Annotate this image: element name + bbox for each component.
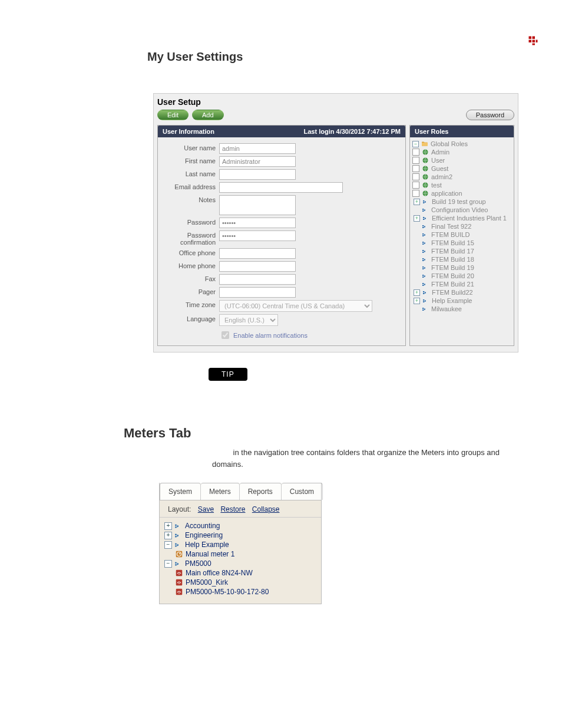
home-phone-label: Home phone xyxy=(163,261,219,269)
user-setup-toolbar: Edit Add Password xyxy=(154,108,518,125)
role-group[interactable]: Efficient Industries Plant 1 xyxy=(432,215,507,222)
language-select[interactable]: English (U.S.) xyxy=(219,314,278,326)
role-checkbox[interactable] xyxy=(412,190,419,197)
email-input[interactable] xyxy=(219,182,343,193)
folder-icon xyxy=(421,140,428,147)
fax-input[interactable] xyxy=(219,274,296,285)
password-conf-label: Password confirmation xyxy=(163,230,219,246)
group-icon xyxy=(174,559,183,568)
expand-icon[interactable]: + xyxy=(414,289,420,296)
role-group[interactable]: FTEM BUILD xyxy=(431,231,470,238)
timezone-select[interactable]: (UTC-06:00) Central Time (US & Canada) xyxy=(219,300,372,312)
tab-system[interactable]: System xyxy=(160,483,201,500)
role-group[interactable]: FTEM Build 21 xyxy=(431,281,474,288)
tab-meters[interactable]: Meters xyxy=(201,483,240,500)
user-setup-title: User Setup xyxy=(154,94,518,108)
group-icon xyxy=(422,281,429,288)
group-icon xyxy=(422,198,429,205)
pager-input[interactable] xyxy=(219,287,296,298)
alarm-notifications-checkbox[interactable] xyxy=(222,331,229,339)
meters-tree[interactable]: +Accounting +Engineering −Help Example M… xyxy=(160,518,321,604)
role-checkbox[interactable] xyxy=(412,149,419,156)
role-group[interactable]: FTEM Build22 xyxy=(432,289,473,296)
tab-custom[interactable]: Custom xyxy=(282,483,323,500)
group-icon xyxy=(422,231,429,238)
home-phone-input[interactable] xyxy=(219,261,296,272)
role-item[interactable]: Guest xyxy=(431,165,448,172)
layout-label: Layout: xyxy=(168,505,191,513)
password-input[interactable] xyxy=(219,218,296,228)
office-phone-input[interactable] xyxy=(219,248,296,259)
email-label: Email address xyxy=(163,182,219,190)
role-group[interactable]: FTEM Build 19 xyxy=(431,264,474,271)
expand-icon[interactable]: + xyxy=(164,522,172,530)
roles-global[interactable]: Global Roles xyxy=(431,140,468,147)
tree-node-meter[interactable]: PM5000-M5-10-90-172-80 xyxy=(186,588,269,596)
expand-icon[interactable]: + xyxy=(164,532,172,539)
alarm-notifications-label: Enable alarm notifications xyxy=(233,332,308,339)
role-checkbox[interactable] xyxy=(412,173,419,180)
layout-restore-link[interactable]: Restore xyxy=(220,505,245,513)
role-item[interactable]: User xyxy=(431,157,445,164)
role-item[interactable]: Admin xyxy=(431,149,449,156)
group-icon xyxy=(422,206,429,213)
role-group[interactable]: Final Test 922 xyxy=(431,223,471,230)
tree-node-help-example[interactable]: Help Example xyxy=(185,541,229,549)
layout-save-link[interactable]: Save xyxy=(198,505,214,513)
globe-icon xyxy=(422,173,429,180)
layout-collapse-link[interactable]: Collapse xyxy=(252,505,280,513)
edit-button[interactable]: Edit xyxy=(157,110,189,120)
role-group[interactable]: Milwaukee xyxy=(431,305,462,312)
tab-reports[interactable]: Reports xyxy=(240,483,282,500)
add-button[interactable]: Add xyxy=(192,110,224,120)
role-group[interactable]: Configuration Video xyxy=(431,206,488,213)
role-group[interactable]: FTEM Build 20 xyxy=(431,272,474,279)
first-name-input[interactable] xyxy=(219,156,296,167)
expand-icon[interactable]: + xyxy=(414,199,420,205)
group-icon xyxy=(422,305,429,312)
globe-icon xyxy=(422,182,429,189)
group-icon xyxy=(422,289,429,296)
roles-tree[interactable]: −Global Roles Admin User Guest admin2 te… xyxy=(410,137,514,315)
layout-bar: Layout: Save Restore Collapse xyxy=(160,500,321,518)
collapse-icon[interactable]: − xyxy=(412,141,419,147)
role-group[interactable]: FTEM Build 17 xyxy=(431,248,474,255)
globe-icon xyxy=(422,149,429,156)
user-info-header: User Information xyxy=(163,128,214,135)
role-group[interactable]: Build 19 test group xyxy=(432,198,486,205)
user-setup-panel: User Setup Edit Add Password User Inform… xyxy=(153,93,518,353)
tree-node-accounting[interactable]: Accounting xyxy=(185,522,220,530)
role-item[interactable]: test xyxy=(431,182,442,189)
nav-tabs: System Meters Reports Custom xyxy=(160,483,321,500)
group-icon xyxy=(174,522,183,530)
last-name-input[interactable] xyxy=(219,169,296,180)
tree-node-meter[interactable]: PM5000_Kirk xyxy=(186,578,228,587)
tree-node-pm5000[interactable]: PM5000 xyxy=(185,559,211,568)
password-conf-input[interactable] xyxy=(219,230,296,241)
tree-node-manual-meter[interactable]: Manual meter 1 xyxy=(186,550,234,558)
role-checkbox[interactable] xyxy=(412,157,419,164)
password-button[interactable]: Password xyxy=(466,110,514,120)
notes-input[interactable] xyxy=(219,195,296,215)
expand-icon[interactable]: + xyxy=(414,298,420,304)
meters-nav-panel: System Meters Reports Custom Layout: Sav… xyxy=(159,483,322,604)
role-group[interactable]: FTEM Build 18 xyxy=(431,256,474,263)
tree-node-engineering[interactable]: Engineering xyxy=(185,531,223,539)
collapse-icon[interactable]: − xyxy=(164,560,172,568)
expand-icon[interactable]: + xyxy=(414,215,420,222)
first-name-label: First name xyxy=(163,156,219,164)
role-group[interactable]: Help Example xyxy=(432,297,472,304)
role-checkbox[interactable] xyxy=(412,182,419,189)
tip-badge: TIP xyxy=(209,368,247,381)
role-item[interactable]: application xyxy=(431,190,462,197)
collapse-icon[interactable]: − xyxy=(164,541,172,549)
meter-icon xyxy=(175,550,183,558)
tree-node-meter[interactable]: Main office 8N24-NW xyxy=(186,569,253,577)
role-checkbox[interactable] xyxy=(412,165,419,172)
meter-icon xyxy=(175,578,183,587)
role-group[interactable]: FTEM Build 15 xyxy=(431,239,474,246)
last-name-label: Last name xyxy=(163,169,219,177)
user-name-input[interactable] xyxy=(219,143,296,154)
role-item[interactable]: admin2 xyxy=(431,173,452,180)
my-user-settings-heading: My User Settings xyxy=(147,50,521,64)
